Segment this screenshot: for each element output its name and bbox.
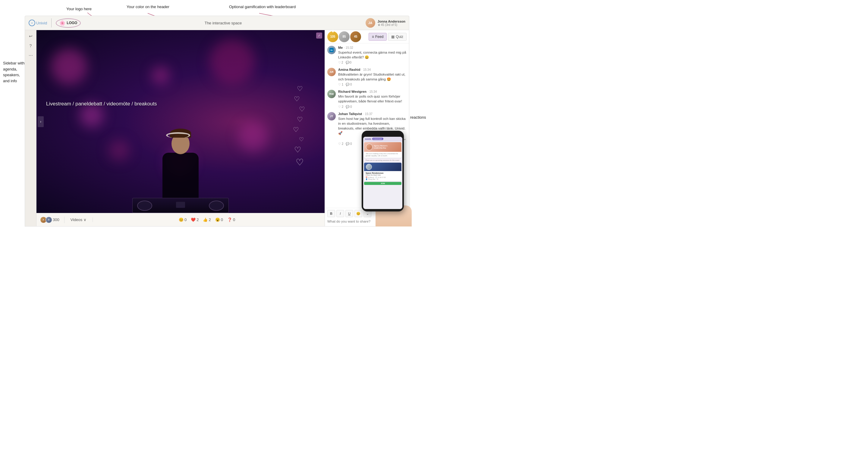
expand-msg-4[interactable]: ⌄ — [338, 136, 407, 141]
msg-like-4[interactable]: ♡ 2 — [338, 142, 343, 145]
viewers-count: 300 — [53, 218, 59, 222]
like-count-1: 2 — [341, 61, 343, 64]
heart-reactions: ♡ ♡ ♡ ♡ ♡ ♡ ♡ ♡ — [293, 85, 307, 167]
annotation-sidebar: Sidebar withagenda,speakers,and info — [3, 60, 25, 84]
linkedin-badge-icon: in — [330, 48, 334, 52]
chat-message-3: RW Richard Westgren · 15:34 Min favorit … — [327, 90, 407, 108]
videos-label: Videos — [70, 218, 83, 222]
reaction-question[interactable]: ❓ 0 — [227, 218, 235, 222]
tab-feed[interactable]: ≡ Feed — [369, 33, 387, 41]
heart-icon: ❤️ — [191, 218, 195, 222]
heart-4: ♡ — [297, 116, 303, 124]
msg-header-2: Amina Rashid · 15:34 — [338, 68, 407, 71]
chat-message-2: AR Amina Rashid · 15:34 Bildkvaliteten ä… — [327, 68, 407, 86]
user-info: Jonna Andersson ♛ 45 (3rd of 5) — [378, 20, 406, 27]
viewer-avatars: A B — [40, 217, 51, 223]
msg-author-4: Johan Tallqvist — [338, 112, 362, 116]
msg-time-1: · 15:32 — [344, 46, 353, 50]
heart-8: ♡ — [296, 157, 304, 167]
gold-score: 105 — [330, 35, 336, 38]
bronze-score: 45 — [354, 35, 357, 38]
msg-like-3[interactable]: ♡ 2 — [338, 105, 343, 108]
user-name: Jonna Andersson — [378, 20, 406, 23]
logo-text: LOGO — [67, 21, 77, 25]
video-expand-button[interactable]: ⤢ — [316, 33, 322, 38]
univid-label: Univid — [36, 21, 47, 25]
header-center-text: The interactive space — [205, 21, 242, 25]
heart-2: ♡ — [294, 95, 300, 103]
univid-icon: U — [29, 20, 35, 26]
app-header: U Univid 🌸 LOGO The interactive space JA… — [25, 16, 409, 30]
tab-quiz[interactable]: ▦ Quiz — [388, 33, 407, 41]
crown-gold-icon: ♛ — [332, 30, 334, 33]
left-sidebar: ↩ ? ⋯ — [25, 30, 36, 226]
quiz-icon: ▦ — [391, 35, 395, 39]
chat-tabs: ♛ 105 85 45 ≡ Feed ▦ — [325, 30, 409, 43]
dj-figure — [120, 30, 241, 213]
heart-3: ♡ — [299, 105, 305, 113]
annotation-gamification: Optional gamification with leaderboard — [229, 4, 296, 10]
msg-header-3: Richard Westgren · 15:34 — [338, 90, 407, 93]
emoji-button[interactable]: 😊 — [354, 210, 362, 217]
thumbsup-count: 2 — [209, 218, 211, 222]
msg-author-3: Richard Westgren — [338, 90, 367, 93]
msg-header-4: Johan Tallqvist · 15:37 — [338, 112, 407, 116]
chat-messages: in Me · 15:32 Superkul event, connecta g… — [325, 43, 409, 208]
univid-logo: U Univid — [29, 20, 47, 26]
wow-count: 0 — [221, 218, 223, 222]
thumbsup-icon: 👍 — [203, 218, 208, 222]
msg-like-2[interactable]: ♡ 1 — [338, 83, 343, 86]
reaction-wow[interactable]: 😮 0 — [215, 218, 223, 222]
msg-comment-4[interactable]: 💬 0 — [346, 142, 352, 145]
videos-dropdown[interactable]: Videos ∨ — [64, 218, 93, 222]
smile-icon: 😊 — [179, 218, 184, 222]
underline-button[interactable]: U — [345, 210, 353, 217]
bold-button[interactable]: B — [327, 210, 335, 217]
wow-icon: 😮 — [215, 218, 220, 222]
user-score: 45 (3rd of 5) — [381, 23, 397, 27]
viewers-section: A B 300 — [40, 217, 64, 223]
heart-7: ♡ — [294, 145, 301, 155]
chat-message-1: in Me · 15:32 Superkul event, connecta g… — [327, 46, 407, 64]
msg-avatar-me: in — [327, 46, 336, 54]
annotation-color: Your color on the header — [127, 4, 169, 10]
msg-avatar-johan: JT — [327, 112, 336, 121]
comment-count-1: 0 — [350, 61, 352, 64]
video-prev-button[interactable]: › — [38, 116, 44, 127]
msg-comment-1[interactable]: 💬 0 — [346, 61, 352, 64]
page-wrapper: Your logo here Your color on the header … — [0, 0, 434, 226]
msg-like-1[interactable]: ♡ 2 — [338, 61, 343, 64]
question-count: 0 — [233, 218, 235, 222]
sidebar-icon-help[interactable]: ? — [30, 43, 32, 48]
msg-actions-1: ♡ 2 💬 0 — [338, 61, 407, 64]
msg-time-4: · 15:37 — [363, 112, 373, 116]
heart-5: ♡ — [293, 126, 299, 134]
msg-header-1: Me · 15:32 — [338, 46, 407, 50]
msg-content-3: Richard Westgren · 15:34 Min favorit är … — [338, 90, 407, 108]
reaction-heart[interactable]: ❤️ 2 — [191, 218, 198, 222]
video-overlay-text: Livestream / paneldebatt / videomöte / b… — [46, 100, 157, 108]
feed-label: Feed — [375, 35, 383, 39]
reaction-smile[interactable]: 😊 0 — [179, 218, 187, 222]
msg-text-4: Som host har jag full kontroll och kan s… — [338, 116, 407, 135]
msg-comment-3[interactable]: 💬 0 — [346, 105, 352, 108]
chat-message-4: JT Johan Tallqvist · 15:37 Som host har … — [327, 112, 407, 145]
question-icon: ❓ — [227, 218, 232, 222]
header-divider — [51, 19, 52, 27]
more-options-button[interactable]: ⌄ — [364, 210, 371, 217]
sidebar-icon-more[interactable]: ⋯ — [29, 53, 33, 58]
msg-time-3: · 15:34 — [368, 90, 377, 93]
dropdown-chevron-icon: ∨ — [84, 218, 87, 222]
reaction-thumbsup[interactable]: 👍 2 — [203, 218, 211, 222]
msg-actions-3: ♡ 2 💬 0 — [338, 105, 407, 108]
msg-avatar-richard: RW — [327, 90, 336, 98]
sidebar-icon-share[interactable]: ↩ — [29, 34, 33, 38]
chat-text-input[interactable] — [327, 218, 407, 224]
score-badges: ♛ 105 85 45 — [327, 31, 367, 42]
msg-text-2: Bildkvaliteten är grym! Studiokvalitet r… — [338, 72, 407, 82]
italic-button[interactable]: I — [336, 210, 344, 217]
msg-comment-2[interactable]: 💬 0 — [346, 83, 352, 86]
logo-flower-icon: 🌸 — [59, 20, 65, 26]
msg-content-1: Me · 15:32 Superkul event, connecta gärn… — [338, 46, 407, 64]
msg-text-1: Superkul event, connecta gärna med mig p… — [338, 50, 407, 60]
